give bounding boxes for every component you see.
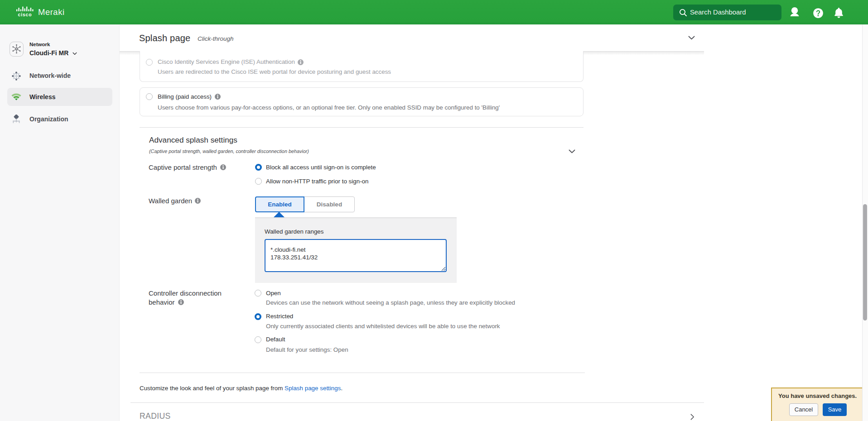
svg-text:cisco: cisco [18, 12, 32, 17]
